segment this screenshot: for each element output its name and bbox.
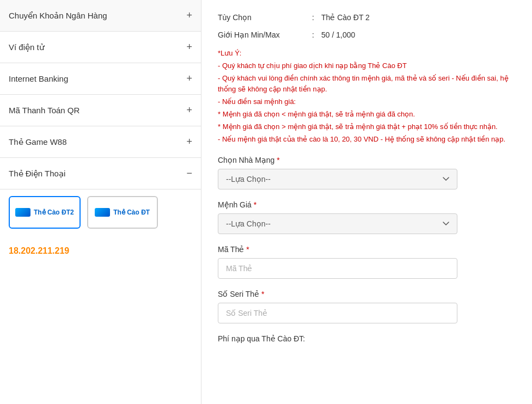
notice-title: *Lưu Ý: bbox=[218, 48, 516, 59]
sidebar-item-vi-dien-tu-label: Ví điện tử bbox=[9, 42, 45, 52]
sidebar-item-vi-dien-tu[interactable]: Ví điện tử + bbox=[0, 32, 201, 63]
chon-nha-mang-label: Chọn Nhà Mạng * bbox=[218, 156, 516, 164]
phi-nap-group: Phí nạp qua Thẻ Cào ĐT: bbox=[218, 334, 516, 343]
card-btn-dt-inner: Thẻ Cào ĐT bbox=[95, 208, 150, 217]
menh-gia-required: * bbox=[254, 200, 256, 209]
tuy-chon-row: Tùy Chọn : Thẻ Cào ĐT 2 bbox=[218, 13, 516, 22]
gioi-han-label: Giới Hạn Min/Max bbox=[218, 30, 305, 39]
so-seri-input[interactable] bbox=[218, 303, 457, 323]
ma-the-group: Mã Thẻ * bbox=[218, 245, 516, 279]
sidebar-item-the-game[interactable]: Thẻ Game W88 + bbox=[0, 126, 201, 158]
gioi-han-colon: : bbox=[305, 30, 321, 39]
card-btn-the-cao-dt[interactable]: Thẻ Cào ĐT bbox=[87, 196, 158, 229]
main-content: Tùy Chọn : Thẻ Cào ĐT 2 Giới Hạn Min/Max… bbox=[201, 0, 532, 404]
gioi-han-value: 50 / 1,000 bbox=[321, 30, 355, 39]
sidebar-item-internet-banking[interactable]: Internet Banking + bbox=[0, 63, 201, 95]
chon-nha-mang-required: * bbox=[277, 156, 279, 164]
sidebar: Chuyển Khoản Ngân Hàng + Ví điện tử + In… bbox=[0, 0, 201, 404]
menh-gia-select[interactable]: --Lựa Chọn-- bbox=[218, 213, 457, 234]
card-icon-dt bbox=[95, 208, 110, 217]
sidebar-item-the-dien-thoai-icon: − bbox=[186, 168, 192, 179]
notice-line4: * Mệnh giá đã chọn < mệnh giá thật, sẽ t… bbox=[218, 109, 516, 120]
sidebar-item-the-game-icon: + bbox=[186, 136, 192, 148]
notice-box: *Lưu Ý: - Quý khách tự chịu phí giao dịc… bbox=[218, 48, 516, 145]
so-seri-group: Số Seri Thẻ * bbox=[218, 290, 516, 323]
so-seri-label: Số Seri Thẻ * bbox=[218, 290, 516, 298]
sidebar-item-the-dien-thoai-label: Thẻ Điện Thoại bbox=[9, 169, 65, 179]
menh-gia-group: Mệnh Giá * --Lựa Chọn-- bbox=[218, 200, 516, 234]
menh-gia-label: Mệnh Giá * bbox=[218, 200, 516, 209]
gioi-han-row: Giới Hạn Min/Max : 50 / 1,000 bbox=[218, 30, 516, 39]
sidebar-item-the-dien-thoai[interactable]: Thẻ Điện Thoại − bbox=[0, 158, 201, 189]
sidebar-item-chuyen-khoan[interactable]: Chuyển Khoản Ngân Hàng + bbox=[0, 0, 201, 32]
ma-the-required: * bbox=[246, 245, 249, 254]
notice-line2: - Quý khách vui lòng điền chính xác thôn… bbox=[218, 73, 516, 96]
chon-nha-mang-select[interactable]: --Lựa Chọn-- bbox=[218, 169, 457, 189]
sidebar-item-ma-thanh-toan-icon: + bbox=[186, 105, 192, 116]
sidebar-item-vi-dien-tu-icon: + bbox=[186, 41, 192, 53]
notice-line3: - Nếu điền sai mệnh giá: bbox=[218, 96, 516, 108]
ma-the-input[interactable] bbox=[218, 258, 457, 279]
notice-line1: - Quý khách tự chịu phí giao dịch khi nạ… bbox=[218, 60, 516, 72]
sidebar-item-chuyen-khoan-icon: + bbox=[186, 10, 192, 21]
card-icon-dt2 bbox=[15, 208, 30, 217]
sidebar-item-internet-banking-label: Internet Banking bbox=[9, 74, 68, 83]
phi-nap-label: Phí nạp qua Thẻ Cào ĐT: bbox=[218, 334, 516, 343]
sidebar-item-ma-thanh-toan-label: Mã Thanh Toán QR bbox=[9, 106, 80, 115]
ip-address: 18.202.211.219 bbox=[0, 237, 201, 265]
card-options: Thẻ Cào ĐT2 Thẻ Cào ĐT bbox=[0, 189, 201, 237]
so-seri-required: * bbox=[261, 290, 264, 298]
tuy-chon-label: Tùy Chọn bbox=[218, 13, 305, 22]
chon-nha-mang-group: Chọn Nhà Mạng * --Lựa Chọn-- bbox=[218, 156, 516, 189]
tuy-chon-value: Thẻ Cào ĐT 2 bbox=[321, 13, 370, 22]
card-btn-the-cao-dt2[interactable]: Thẻ Cào ĐT2 bbox=[9, 196, 81, 229]
sidebar-item-internet-banking-icon: + bbox=[186, 73, 192, 84]
card-label-dt: Thẻ Cào ĐT bbox=[113, 209, 150, 216]
sidebar-item-ma-thanh-toan[interactable]: Mã Thanh Toán QR + bbox=[0, 95, 201, 126]
sidebar-item-the-game-label: Thẻ Game W88 bbox=[9, 137, 67, 147]
ma-the-label: Mã Thẻ * bbox=[218, 245, 516, 254]
sidebar-item-chuyen-khoan-label: Chuyển Khoản Ngân Hàng bbox=[9, 11, 107, 21]
notice-line5: * Mệnh giá đã chọn > mệnh giá thật, sẽ t… bbox=[218, 121, 516, 133]
tuy-chon-colon: : bbox=[305, 13, 321, 22]
notice-line6: - Nếu mệnh giá thật của thẻ cào là 10, 2… bbox=[218, 134, 516, 145]
card-label-dt2: Thẻ Cào ĐT2 bbox=[34, 209, 74, 216]
card-btn-dt2-inner: Thẻ Cào ĐT2 bbox=[15, 208, 74, 217]
